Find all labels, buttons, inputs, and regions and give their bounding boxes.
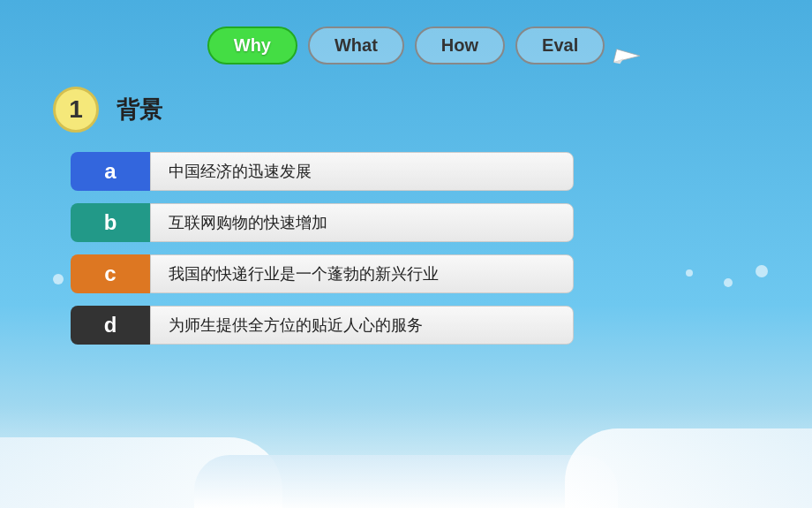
nav-tabs: Why What How Eval	[53, 27, 759, 64]
tab-how[interactable]: How	[415, 27, 505, 64]
list-item-c: c我国的快递行业是一个蓬勃的新兴行业	[71, 254, 759, 293]
tab-why[interactable]: Why	[207, 27, 297, 64]
list-item-d: d为师生提供全方位的贴近人心的服务	[71, 306, 759, 345]
section-header: 1 背景	[53, 87, 759, 133]
tab-what[interactable]: What	[308, 27, 404, 64]
list-items: a中国经济的迅速发展b互联网购物的快速增加c我国的快递行业是一个蓬勃的新兴行业d…	[53, 152, 759, 345]
list-item-b: b互联网购物的快速增加	[71, 203, 759, 242]
main-content: Why What How Eval 1 背景 a中国经济的迅速发展b互联网购物的…	[0, 0, 812, 508]
item-label-b: b	[71, 203, 150, 242]
item-label-d: d	[71, 306, 150, 345]
list-item-a: a中国经济的迅速发展	[71, 152, 759, 191]
item-label-c: c	[71, 254, 150, 293]
section-number: 1	[53, 87, 99, 133]
item-text-a: 中国经济的迅速发展	[150, 152, 574, 191]
item-text-c: 我国的快递行业是一个蓬勃的新兴行业	[150, 254, 574, 293]
section-title: 背景	[117, 95, 162, 125]
item-text-b: 互联网购物的快速增加	[150, 203, 574, 242]
item-text-d: 为师生提供全方位的贴近人心的服务	[150, 306, 574, 345]
item-label-a: a	[71, 152, 150, 191]
tab-eval[interactable]: Eval	[515, 27, 605, 64]
